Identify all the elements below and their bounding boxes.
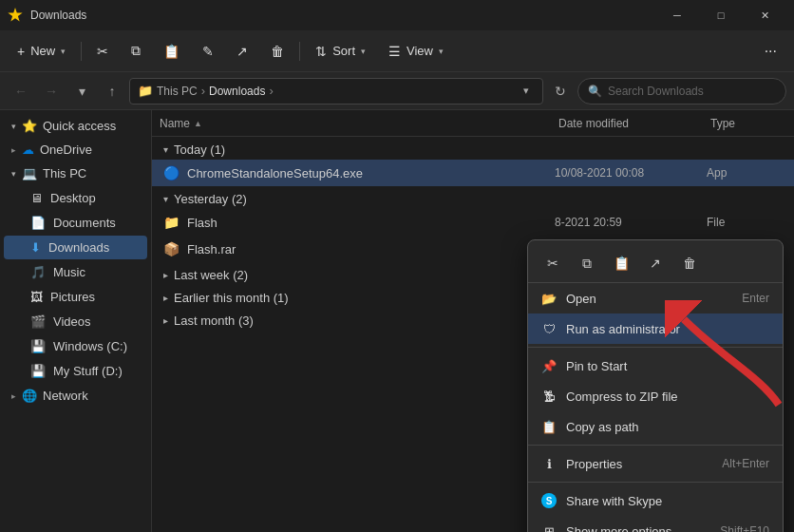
ctx-skype-icon: S [541, 493, 557, 508]
recent-button[interactable]: ▾ [68, 78, 95, 104]
sort-button[interactable]: ⇅ Sort ▾ [306, 36, 375, 66]
ctx-item-open[interactable]: 📂 Open Enter [528, 283, 783, 314]
downloads-icon: ⬇ [30, 240, 41, 255]
chrome-file-icon: 🔵 [163, 165, 180, 180]
col-name-header: Name ▲ [160, 117, 558, 130]
context-toolbar: ✂ ⧉ 📋 ↗ 🗑 [528, 244, 783, 283]
col-date-label: Date modified [558, 117, 629, 130]
videos-label: Videos [53, 314, 91, 329]
title-bar-controls: ─ □ ✕ [655, 0, 786, 30]
up-button[interactable]: ↑ [99, 78, 125, 104]
today-chevron-icon: ▾ [163, 144, 168, 155]
section-today-label: Today (1) [174, 142, 225, 157]
address-bar[interactable]: 📁 This PC › Downloads › ▾ [129, 78, 543, 104]
desktop-label: Desktop [50, 191, 96, 205]
minimize-button[interactable]: ─ [655, 0, 699, 30]
sidebar-item-network[interactable]: ▸ 🌐 Network [0, 384, 151, 408]
section-lastweek-label: Last week (2) [174, 268, 248, 282]
breadcrumb-downloads: Downloads [209, 85, 265, 98]
back-button[interactable]: ← [8, 78, 34, 104]
onedrive-label: OneDrive [40, 142, 92, 157]
ctx-paste-button[interactable]: 📋 [606, 250, 636, 276]
toolbar-divider-1 [81, 42, 82, 61]
sidebar-item-mystuff-d[interactable]: 💾 My Stuff (D:) [4, 359, 147, 383]
ctx-pin-label: Pin to Start [566, 359, 769, 373]
toolbar: + New ▾ ✂ ⧉ 📋 ✎ ↗ 🗑 ⇅ Sort ▾ ☰ View ▾ ··… [0, 30, 794, 72]
ctx-item-compress[interactable]: 🗜 Compress to ZIP file [528, 381, 783, 411]
flash-file-date: 8-2021 20:59 [555, 216, 707, 229]
toolbar-divider-2 [299, 42, 300, 61]
ctx-compress-icon: 🗜 [541, 389, 557, 404]
section-today[interactable]: ▾ Today (1) [152, 137, 794, 160]
ctx-item-run-as-admin[interactable]: 🛡 Run as administrator [528, 314, 783, 344]
paste-button[interactable]: 📋 [154, 36, 189, 66]
ctx-item-copy-path[interactable]: 📋 Copy as path [528, 411, 783, 442]
address-dropdown[interactable]: ▾ [518, 85, 535, 97]
ctx-open-shortcut: Enter [742, 292, 769, 305]
share-button[interactable]: ↗ [227, 36, 257, 66]
sort-indicator: ▲ [194, 119, 202, 128]
ctx-delete-button[interactable]: 🗑 [674, 250, 705, 276]
file-pane: Name ▲ Date modified Type ▾ Today (1) 🔵 … [152, 110, 794, 532]
cut-button[interactable]: ✂ [87, 36, 118, 66]
close-button[interactable]: ✕ [743, 0, 786, 30]
rename-button[interactable]: ✎ [193, 36, 223, 66]
music-label: Music [53, 265, 85, 279]
chrome-file-date: 10/08-2021 00:08 [555, 166, 707, 180]
ctx-item-share-skype[interactable]: S Share with Skype [528, 485, 783, 516]
forward-button[interactable]: → [38, 78, 65, 104]
ctx-open-icon: 📂 [541, 291, 557, 306]
sidebar-item-videos[interactable]: 🎬 Videos [4, 310, 147, 333]
maximize-button[interactable]: □ [699, 0, 743, 30]
copy-button[interactable]: ⧉ [122, 36, 150, 66]
sidebar-item-quick-access[interactable]: ▾ ⭐ Quick access [0, 114, 151, 138]
network-icon: 🌐 [22, 389, 37, 403]
refresh-button[interactable]: ↻ [547, 78, 574, 104]
mystuff-d-icon: 💾 [30, 364, 46, 378]
ctx-copypath-icon: 📋 [541, 419, 557, 434]
sidebar-item-desktop[interactable]: 🖥 Desktop [4, 186, 147, 210]
yesterday-chevron-icon: ▾ [163, 194, 168, 204]
new-button[interactable]: + New ▾ [8, 36, 75, 66]
sidebar-item-pictures[interactable]: 🖼 Pictures [4, 285, 147, 309]
sidebar-item-onedrive[interactable]: ▸ ☁ OneDrive [0, 138, 151, 162]
view-button[interactable]: ☰ View ▾ [379, 36, 453, 66]
earlier-chevron-icon: ▸ [163, 293, 168, 303]
col-date-header: Date modified [558, 117, 710, 130]
rename-icon: ✎ [202, 44, 214, 59]
sidebar-item-documents[interactable]: 📄 Documents [4, 211, 147, 235]
section-yesterday[interactable]: ▾ Yesterday (2) [152, 186, 794, 209]
chrome-file-name: ChromeStandaloneSetup64.exe [187, 166, 555, 180]
onedrive-icon: ☁ [22, 142, 34, 157]
sidebar-item-windows-c[interactable]: 💾 Windows (C:) [4, 334, 147, 358]
section-lastmonth-label: Last month (3) [174, 314, 254, 328]
ctx-more-shortcut: Shift+F10 [720, 524, 769, 532]
sidebar-item-music[interactable]: 🎵 Music [4, 260, 147, 284]
file-row-flash[interactable]: 📁 Flash 8-2021 20:59 File [152, 209, 794, 236]
thispc-chevron-icon: ▾ [11, 169, 16, 179]
ctx-share-button[interactable]: ↗ [640, 250, 671, 276]
breadcrumb-sep-1: › [201, 84, 205, 98]
ctx-copy-button[interactable]: ⧉ [572, 250, 602, 276]
ctx-item-more-options[interactable]: ⊞ Show more options Shift+F10 [528, 516, 783, 532]
address-icon: 📁 [138, 84, 153, 98]
flash-file-type: File [707, 216, 783, 229]
breadcrumb-sep-2: › [269, 84, 273, 98]
search-bar[interactable]: 🔍 Search Downloads [577, 78, 786, 104]
ctx-props-icon: ℹ [541, 456, 557, 471]
lastweek-chevron-icon: ▸ [163, 270, 168, 280]
ctx-item-properties[interactable]: ℹ Properties Alt+Enter [528, 448, 783, 479]
ctx-item-pin-start[interactable]: 📌 Pin to Start [528, 351, 783, 381]
sidebar-item-downloads[interactable]: ⬇ Downloads [4, 236, 147, 259]
delete-button[interactable]: 🗑 [261, 36, 293, 66]
ctx-skype-label: Share with Skype [566, 494, 769, 508]
sidebar-item-thispc[interactable]: ▾ 💻 This PC [0, 162, 151, 185]
ctx-open-label: Open [566, 292, 732, 306]
more-options-button[interactable]: ··· [755, 36, 786, 66]
new-label: New [30, 44, 55, 58]
section-earlier-label: Earlier this month (1) [174, 291, 289, 305]
col-type-header: Type [710, 117, 786, 130]
delete-icon: 🗑 [271, 44, 284, 59]
ctx-cut-button[interactable]: ✂ [538, 250, 568, 276]
file-row-chrome[interactable]: 🔵 ChromeStandaloneSetup64.exe 10/08-2021… [152, 160, 794, 186]
